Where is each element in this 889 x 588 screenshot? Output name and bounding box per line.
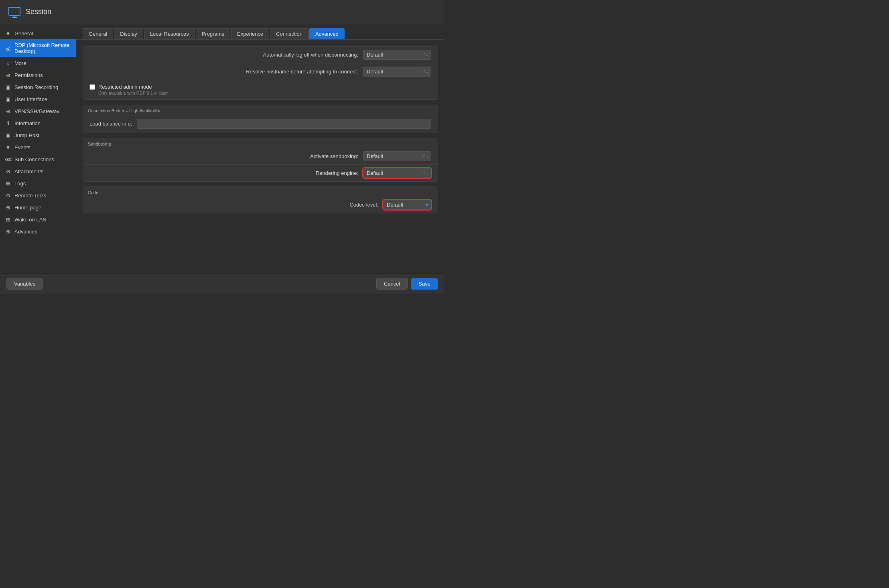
sidebar-label-logs: Logs: [14, 180, 26, 187]
sidebar-item-advanced[interactable]: ⊕ Advanced: [0, 225, 76, 237]
load-balance-row: Load balance info:: [83, 115, 438, 133]
codec-level-select[interactable]: Default High Medium Low: [383, 200, 431, 210]
autologoff-select-wrapper: Default Enabled Disabled: [363, 50, 431, 60]
activate-sandboxing-row: Activate sandboxing: Default Enabled Dis…: [83, 148, 438, 164]
resolve-hostname-control: Default Enabled Disabled: [363, 67, 431, 77]
wake-on-lan-icon: ⊞: [5, 216, 11, 223]
resolve-hostname-select[interactable]: Default Enabled Disabled: [363, 67, 431, 77]
sidebar-label-events: Events: [14, 144, 30, 150]
home-icon: ⊕: [5, 204, 11, 211]
sidebar-label-vpn: VPN/SSH/Gateway: [14, 108, 59, 114]
tab-advanced[interactable]: Advanced: [309, 28, 345, 39]
sidebar-label-rdp: RDP (Microsoft Remote Desktop): [14, 42, 71, 54]
sidebar-label-remote-tools: Remote Tools: [14, 193, 46, 199]
sidebar-item-sub-connections[interactable]: ⋘ Sub Connections: [0, 153, 76, 165]
sidebar-label-permissions: Permissions: [14, 72, 43, 78]
attachments-icon: ⊘: [5, 168, 11, 174]
variables-button[interactable]: Variables: [6, 278, 43, 290]
sidebar-item-home-page[interactable]: ⊕ Home page: [0, 201, 76, 213]
restricted-admin-checkbox[interactable]: [89, 84, 95, 90]
more-icon: »: [5, 60, 11, 66]
content-area: General Display Local Resources Programs…: [76, 24, 444, 273]
rdp-icon: ◎: [5, 45, 11, 51]
logs-icon: ▤: [5, 180, 11, 187]
sidebar-item-session-recording[interactable]: ▣ Session Recording: [0, 81, 76, 93]
activate-sandboxing-wrapper: Default Enabled Disabled: [363, 151, 431, 161]
sidebar-item-attachments[interactable]: ⊘ Attachments: [0, 165, 76, 177]
sidebar-item-more[interactable]: » More: [0, 57, 76, 69]
codec-level-row: Codec level: Default High Medium Low: [83, 197, 438, 213]
sidebar: ≡ General ◎ RDP (Microsoft Remote Deskto…: [0, 24, 76, 273]
rendering-engine-control: Default GDI DirectX: [363, 168, 431, 178]
sidebar-item-wake-on-lan[interactable]: ⊞ Wake on LAN: [0, 213, 76, 225]
autologoff-row: Automatically log off when disconnecting…: [83, 47, 438, 63]
sidebar-item-permissions[interactable]: ⊕ Permissions: [0, 69, 76, 81]
sub-connections-icon: ⋘: [5, 156, 11, 162]
resolve-hostname-select-wrapper: Default Enabled Disabled: [363, 67, 431, 77]
permissions-icon: ⊕: [5, 72, 11, 78]
sidebar-label-general: General: [14, 30, 33, 36]
general-settings-card: Automatically log off when disconnecting…: [83, 46, 438, 100]
tab-general[interactable]: General: [83, 28, 113, 39]
events-icon: ≡: [5, 144, 11, 150]
sidebar-item-remote-tools[interactable]: ⊙ Remote Tools: [0, 189, 76, 201]
connection-broker-title: Connection Broker – High Availability: [83, 105, 438, 115]
sandboxing-title: Sandboxing: [83, 138, 438, 148]
resolve-hostname-row: Resolve hostname before attempting to co…: [83, 63, 438, 80]
sidebar-item-jump-host[interactable]: ▣ Jump Host: [0, 129, 76, 141]
sidebar-label-wake-on-lan: Wake on LAN: [14, 217, 47, 223]
tab-programs[interactable]: Programs: [196, 28, 230, 39]
rendering-engine-label: Rendering engine:: [89, 170, 358, 176]
codec-title: Codec: [83, 187, 438, 197]
info-icon: ℹ: [5, 120, 11, 126]
load-balance-label: Load balance info:: [89, 121, 132, 127]
sidebar-label-advanced: Advanced: [14, 229, 38, 235]
cancel-button[interactable]: Cancel: [376, 278, 408, 290]
activate-sandboxing-control: Default Enabled Disabled: [363, 151, 431, 161]
sidebar-item-events[interactable]: ≡ Events: [0, 141, 76, 153]
tab-local-resources[interactable]: Local Resources: [144, 28, 195, 39]
app-title: Session: [26, 8, 51, 16]
sidebar-label-jump-host: Jump Host: [14, 132, 39, 138]
sidebar-item-general[interactable]: ≡ General: [0, 27, 76, 39]
load-balance-input[interactable]: [137, 119, 431, 129]
sidebar-label-more: More: [14, 60, 26, 66]
save-button[interactable]: Save: [411, 278, 438, 290]
ui-icon: ▣: [5, 96, 11, 102]
title-bar: Session: [0, 0, 444, 24]
activate-sandboxing-select[interactable]: Default Enabled Disabled: [363, 151, 431, 161]
sidebar-item-rdp[interactable]: ◎ RDP (Microsoft Remote Desktop): [0, 39, 76, 57]
autologoff-label: Automatically log off when disconnecting…: [89, 52, 358, 58]
autologoff-select[interactable]: Default Enabled Disabled: [363, 50, 431, 60]
bottom-left: Variables: [6, 278, 43, 290]
sidebar-label-sub-connections: Sub Connections: [14, 156, 54, 162]
advanced-icon: ⊕: [5, 228, 11, 235]
sandboxing-card: Sandboxing Activate sandboxing: Default …: [83, 138, 438, 182]
sidebar-label-session-recording: Session Recording: [14, 84, 58, 90]
rendering-engine-row: Rendering engine: Default GDI DirectX: [83, 164, 438, 181]
sidebar-item-vpn[interactable]: ⊕ VPN/SSH/Gateway: [0, 105, 76, 117]
rendering-engine-select[interactable]: Default GDI DirectX: [363, 168, 431, 178]
svg-rect-0: [9, 7, 20, 15]
restricted-admin-sublabel: Only available with RDP 8.1 or later: [98, 91, 431, 95]
sidebar-item-user-interface[interactable]: ▣ User Interface: [0, 93, 76, 105]
main-layout: ≡ General ◎ RDP (Microsoft Remote Deskto…: [0, 24, 444, 273]
tabs-bar: General Display Local Resources Programs…: [76, 24, 444, 40]
sidebar-label-information: Information: [14, 120, 41, 126]
session-recording-icon: ▣: [5, 84, 11, 90]
sidebar-item-information[interactable]: ℹ Information: [0, 117, 76, 129]
restricted-admin-row: Restricted admin mode Only available wit…: [83, 80, 438, 99]
connection-broker-card: Connection Broker – High Availability Lo…: [83, 105, 438, 133]
tab-experience[interactable]: Experience: [231, 28, 269, 39]
remote-tools-icon: ⊙: [5, 192, 11, 199]
sidebar-label-home-page: Home page: [14, 205, 41, 211]
resolve-hostname-label: Resolve hostname before attempting to co…: [89, 69, 358, 75]
tab-connection[interactable]: Connection: [270, 28, 309, 39]
sidebar-item-logs[interactable]: ▤ Logs: [0, 177, 76, 189]
session-icon: [8, 6, 21, 18]
rendering-engine-wrapper: Default GDI DirectX: [363, 168, 431, 178]
tab-display[interactable]: Display: [114, 28, 143, 39]
bottom-right: Cancel Save: [376, 278, 438, 290]
menu-icon: ≡: [5, 30, 11, 36]
bottom-bar: Variables Cancel Save: [0, 273, 444, 294]
